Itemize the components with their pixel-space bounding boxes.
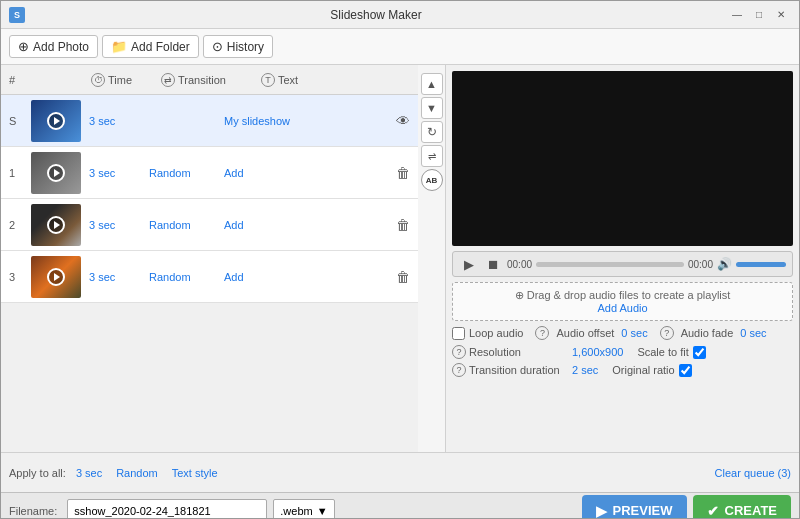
play-button[interactable]: ▶: [459, 254, 479, 274]
right-panel: ▶ ⏹ 00:00 00:00 🔊 ⊕ Drag & drop audio fi…: [446, 65, 799, 452]
col-num-header: #: [9, 74, 39, 86]
left-panel: # ⏱ Time ⇄ Transition T Text: [1, 65, 446, 452]
eye-icon[interactable]: 👁: [396, 113, 410, 129]
slide-thumbnail: [31, 100, 81, 142]
bottom-bar: Apply to all: 3 sec Random Text style Cl…: [1, 452, 799, 492]
clear-queue-link[interactable]: Clear queue (3): [715, 467, 791, 479]
loop-audio-checkbox[interactable]: [452, 327, 465, 340]
trans-duration-help-icon: ?: [452, 363, 466, 377]
original-ratio-checkbox[interactable]: [679, 364, 692, 377]
slide-row[interactable]: 1 3 sec Random Add 🗑: [1, 147, 418, 199]
slide-row[interactable]: 2 3 sec Random Add 🗑: [1, 199, 418, 251]
window-controls: — □ ✕: [727, 6, 791, 24]
add-folder-icon: 📁: [111, 39, 127, 54]
move-up-button[interactable]: ▲: [421, 73, 443, 95]
add-photo-label: Add Photo: [33, 40, 89, 54]
filename-label: Filename:: [9, 505, 57, 517]
slide-text[interactable]: My slideshow: [224, 115, 382, 127]
apply-text-style-value[interactable]: Text style: [172, 467, 218, 479]
app-icon: S: [9, 7, 25, 23]
delete-slide-button[interactable]: 🗑: [396, 269, 410, 285]
refresh-button[interactable]: ↻: [421, 121, 443, 143]
slide-time[interactable]: 3 sec: [89, 167, 149, 179]
history-icon: ⊙: [212, 39, 223, 54]
resolution-value[interactable]: 1,600x900: [572, 346, 623, 358]
progress-bar[interactable]: [536, 262, 684, 267]
slide-text[interactable]: Add: [224, 271, 382, 283]
dropdown-arrow-icon: ▼: [317, 505, 328, 517]
slide-text[interactable]: Add: [224, 167, 382, 179]
slide-transition[interactable]: Random: [149, 219, 224, 231]
slide-thumbnail: [31, 152, 81, 194]
scale-fit-label: Scale to fit: [637, 346, 688, 358]
current-time: 00:00: [507, 259, 532, 270]
resolution-label: Resolution: [469, 346, 521, 358]
time-help-icon: ⏱: [91, 73, 105, 87]
ab-icon[interactable]: AB: [421, 169, 443, 191]
transition-help-icon: ⇄: [161, 73, 175, 87]
slide-row[interactable]: 3 3 sec Random Add 🗑: [1, 251, 418, 303]
apply-to-all-label: Apply to all:: [9, 467, 66, 479]
col-transition-header: ⇄ Transition: [161, 73, 261, 87]
audio-offset-value[interactable]: 0 sec: [621, 327, 647, 339]
trans-duration-label: Transition duration: [469, 364, 560, 376]
apply-time-value[interactable]: 3 sec: [76, 467, 102, 479]
extension-value: .webm: [280, 505, 312, 517]
create-button[interactable]: ✔ CREATE: [693, 495, 791, 520]
create-check-icon: ✔: [707, 503, 719, 519]
audio-drop-area: ⊕ Drag & drop audio files to create a pl…: [452, 282, 793, 321]
minimize-button[interactable]: —: [727, 6, 747, 24]
preview-play-icon: ▶: [596, 503, 607, 519]
filename-input[interactable]: [67, 499, 267, 520]
delete-slide-button[interactable]: 🗑: [396, 217, 410, 233]
extension-dropdown[interactable]: .webm ▼: [273, 499, 334, 520]
delete-slide-button[interactable]: 🗑: [396, 165, 410, 181]
slide-transition[interactable]: Random: [149, 167, 224, 179]
slide-text[interactable]: Add: [224, 219, 382, 231]
slide-time[interactable]: 3 sec: [89, 115, 149, 127]
slide-thumbnail: [31, 256, 81, 298]
filename-bar: Filename: .webm ▼ ▶ PREVIEW ✔ CREATE: [1, 492, 799, 519]
add-folder-button[interactable]: 📁 Add Folder: [102, 35, 199, 58]
preview-button[interactable]: ▶ PREVIEW: [582, 495, 687, 520]
audio-fade-value[interactable]: 0 sec: [740, 327, 766, 339]
slide-time[interactable]: 3 sec: [89, 271, 149, 283]
audio-fade-help-icon: ?: [660, 326, 674, 340]
add-photo-button[interactable]: ⊕ Add Photo: [9, 35, 98, 58]
video-preview: [452, 71, 793, 246]
apply-transition-value[interactable]: Random: [116, 467, 158, 479]
slide-transition[interactable]: Random: [149, 271, 224, 283]
scale-fit-checkbox[interactable]: [693, 346, 706, 359]
slide-action: 🗑: [382, 165, 410, 181]
maximize-button[interactable]: □: [749, 6, 769, 24]
app-title: Slideshow Maker: [330, 8, 421, 22]
col-time-header: ⏱ Time: [91, 73, 161, 87]
volume-icon: 🔊: [717, 257, 732, 271]
slide-thumbnail: [31, 204, 81, 246]
stop-button[interactable]: ⏹: [483, 254, 503, 274]
resolution-row: ? Resolution 1,600x900 Scale to fit: [452, 345, 793, 359]
slide-action: 🗑: [382, 269, 410, 285]
slide-time[interactable]: 3 sec: [89, 219, 149, 231]
volume-bar[interactable]: [736, 262, 786, 267]
total-time: 00:00: [688, 259, 713, 270]
add-audio-link[interactable]: Add Audio: [597, 302, 647, 314]
preview-label: PREVIEW: [613, 503, 673, 518]
history-label: History: [227, 40, 264, 54]
audio-fade-label: Audio fade: [681, 327, 734, 339]
trans-duration-value[interactable]: 2 sec: [572, 364, 598, 376]
slide-number: 3: [9, 271, 31, 283]
shuffle-button[interactable]: ⇌: [421, 145, 443, 167]
close-button[interactable]: ✕: [771, 6, 791, 24]
slide-action: 👁: [382, 113, 410, 129]
history-button[interactable]: ⊙ History: [203, 35, 273, 58]
slide-number: 1: [9, 167, 31, 179]
play-overlay-icon: [47, 164, 65, 182]
slide-list-area: # ⏱ Time ⇄ Transition T Text: [1, 65, 418, 452]
audio-settings-row: Loop audio ? Audio offset 0 sec ? Audio …: [452, 326, 793, 340]
audio-offset-label: Audio offset: [556, 327, 614, 339]
toolbar: ⊕ Add Photo 📁 Add Folder ⊙ History: [1, 29, 799, 65]
resolution-help-icon: ?: [452, 345, 466, 359]
move-down-button[interactable]: ▼: [421, 97, 443, 119]
slide-row[interactable]: S 3 sec My slideshow 👁: [1, 95, 418, 147]
